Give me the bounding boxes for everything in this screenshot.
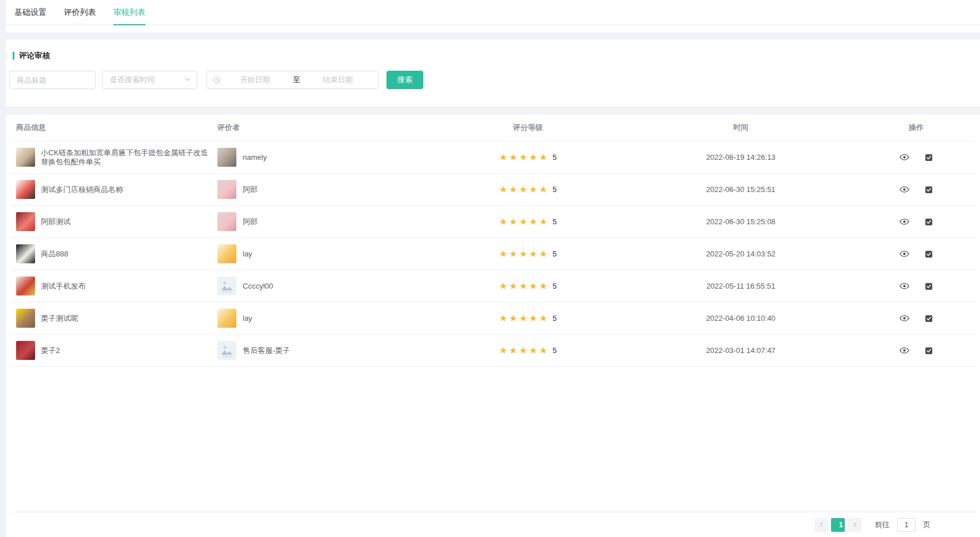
product-image: [16, 244, 35, 263]
actions-cell: [862, 217, 971, 227]
reviewer-avatar: [217, 148, 236, 167]
view-button[interactable]: [899, 152, 909, 162]
table-header: 商品信息 评价者 评分等级 时间 操作: [10, 114, 975, 141]
rating-value: 5: [553, 217, 557, 226]
view-button[interactable]: [899, 185, 909, 194]
reviewer-avatar: [217, 341, 236, 360]
eye-icon: [899, 185, 909, 194]
approve-button[interactable]: [924, 185, 933, 194]
review-time: 2022-04-06 10:10:40: [620, 314, 862, 323]
reviewer-cell: lay: [217, 244, 436, 263]
eye-icon: [899, 281, 909, 291]
check-square-icon: [924, 346, 933, 355]
reviewer-name: lay: [243, 314, 252, 323]
pagination-next-button[interactable]: [848, 518, 862, 532]
reviewer-name: 阿部: [243, 185, 258, 195]
view-button[interactable]: [899, 281, 909, 291]
actions-cell: [862, 313, 971, 323]
rating-cell: ★★★★★ 5: [436, 314, 620, 323]
comment-audit-filter-panel: 评论审核 是否搜索时间 开始日期 至 结束日期 搜索: [6, 40, 980, 106]
search-button[interactable]: 搜索: [386, 71, 423, 89]
reviewer-cell: 售后客服-栗子: [217, 341, 436, 360]
approve-button[interactable]: [924, 282, 933, 291]
reviewer-cell: Ccccyl00: [217, 277, 436, 296]
actions-cell: [862, 152, 971, 162]
section-title-text: 评论审核: [19, 51, 50, 61]
pagination: 1 前往 页: [10, 512, 975, 537]
product-info-cell: 阿部测试: [10, 212, 217, 231]
check-square-icon: [924, 153, 933, 162]
review-time: 2022-05-11 16:55:51: [620, 282, 862, 290]
eye-icon: [899, 346, 909, 355]
approve-button[interactable]: [924, 153, 933, 162]
date-range-picker[interactable]: 开始日期 至 结束日期: [206, 71, 378, 89]
rating-cell: ★★★★★ 5: [436, 153, 620, 162]
product-info-cell: 商品888: [10, 244, 217, 263]
eye-icon: [899, 152, 909, 162]
reviewer-avatar: [217, 277, 236, 296]
check-square-icon: [924, 185, 933, 194]
tab-bar: 基础设置 评价列表 审核列表: [6, 0, 980, 32]
table-row: 测试手机发布 Ccccyl00 ★★★★★ 5 2022-05-11 16:55…: [10, 270, 975, 302]
tabbar-padding: [6, 25, 980, 32]
table-row: 测试多门店核销商品名称 阿部 ★★★★★ 5 2022-06-30 15:25:…: [10, 174, 975, 206]
goto-page-input[interactable]: [897, 518, 916, 532]
section-title-accent-bar: [13, 52, 14, 60]
filter-row: 是否搜索时间 开始日期 至 结束日期 搜索: [9, 71, 980, 89]
product-name: 测试手机发布: [41, 282, 86, 291]
product-image: [16, 212, 35, 231]
table-row: 阿部测试 阿部 ★★★★★ 5 2022-06-30 15:25:08: [10, 206, 975, 238]
goto-page-label: 前往: [875, 520, 890, 530]
view-button[interactable]: [899, 313, 909, 323]
page: 基础设置 评价列表 审核列表 评论审核 是否搜索时间 开始日期 至: [0, 0, 980, 537]
check-square-icon: [924, 250, 933, 259]
reviewer-cell: namely: [217, 148, 436, 167]
product-info-cell: 栗子2: [10, 341, 217, 360]
actions-cell: [862, 185, 971, 194]
reviewer-avatar: [217, 212, 236, 231]
table-row: 栗子测试呢 lay ★★★★★ 5 2022-04-06 10:10:40: [10, 302, 975, 335]
table-row: 小CK链条加粗加宽单肩腋下包手提包金属链子改造替换包包配件单买 namely ★…: [10, 141, 975, 174]
audit-table-panel: 商品信息 评价者 评分等级 时间 操作 小CK链条加粗加宽单肩腋下包手提包金属链…: [6, 114, 980, 537]
view-button[interactable]: [899, 217, 909, 227]
chevron-down-icon: [184, 76, 191, 85]
check-square-icon: [924, 217, 933, 227]
rating-value: 5: [553, 314, 557, 323]
star-rating: ★★★★★: [499, 314, 549, 323]
page-unit-label: 页: [923, 520, 931, 530]
product-title-input[interactable]: [9, 71, 95, 89]
pagination-prev-button[interactable]: [814, 518, 828, 532]
time-search-select[interactable]: 是否搜索时间: [102, 71, 197, 89]
star-rating: ★★★★★: [499, 153, 549, 162]
product-image: [16, 148, 35, 167]
tab-audit-list[interactable]: 审核列表: [113, 7, 146, 25]
product-info-cell: 小CK链条加粗加宽单肩腋下包手提包金属链子改造替换包包配件单买: [10, 148, 217, 167]
approve-button[interactable]: [924, 314, 933, 323]
approve-button[interactable]: [924, 346, 933, 355]
tab-review-list[interactable]: 评价列表: [64, 7, 96, 25]
reviewer-name: 阿部: [243, 217, 258, 227]
product-info-cell: 测试手机发布: [10, 277, 217, 296]
reviewer-name: namely: [243, 153, 267, 162]
view-button[interactable]: [899, 249, 909, 259]
table-row: 商品888 lay ★★★★★ 5 2022-05-20 14:03:52: [10, 238, 975, 270]
chevron-left-icon: [818, 521, 825, 528]
pagination-page-1[interactable]: 1: [831, 518, 845, 532]
product-name: 栗子测试呢: [41, 314, 78, 323]
tab-basic-settings[interactable]: 基础设置: [14, 7, 47, 25]
review-time: 2022-06-30 15:25:08: [620, 217, 862, 226]
start-date-placeholder[interactable]: 开始日期: [221, 75, 289, 85]
rating-value: 5: [553, 346, 557, 355]
approve-button[interactable]: [924, 250, 933, 259]
product-name: 阿部测试: [41, 217, 71, 227]
column-header-reviewer: 评价者: [217, 122, 436, 133]
actions-cell: [862, 346, 971, 355]
view-button[interactable]: [899, 346, 909, 355]
product-name: 栗子2: [41, 346, 60, 355]
end-date-placeholder[interactable]: 结束日期: [304, 75, 372, 85]
product-image: [16, 277, 35, 296]
approve-button[interactable]: [924, 217, 933, 227]
actions-cell: [862, 281, 971, 291]
product-name: 小CK链条加粗加宽单肩腋下包手提包金属链子改造替换包包配件单买: [41, 148, 213, 167]
star-rating: ★★★★★: [499, 282, 549, 291]
